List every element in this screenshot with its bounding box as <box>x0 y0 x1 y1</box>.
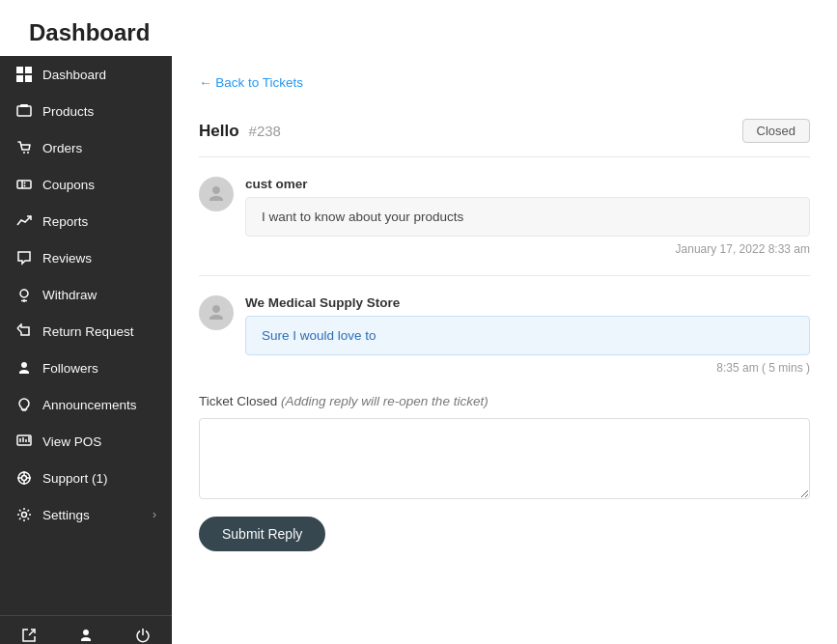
sidebar-item-coupons[interactable]: Coupons <box>0 166 172 203</box>
sidebar-item-label: Settings <box>42 508 90 522</box>
sidebar-item-followers[interactable]: Followers <box>0 350 172 386</box>
svg-rect-1 <box>25 67 32 73</box>
svg-rect-4 <box>17 106 31 116</box>
sidebar-item-reviews[interactable]: Reviews <box>0 239 172 276</box>
sidebar-nav: Dashboard Products Orders Coupons <box>0 56 172 615</box>
announcements-icon <box>15 396 33 413</box>
orders-icon <box>15 139 33 156</box>
back-to-tickets-link[interactable]: ← Back to Tickets <box>199 75 303 90</box>
sidebar-item-settings[interactable]: Settings › <box>0 496 172 533</box>
svg-rect-2 <box>16 75 23 82</box>
sidebar-item-label: Return Request <box>42 324 134 339</box>
sidebar-item-label: Dashboard <box>42 68 106 82</box>
sidebar-item-label: Coupons <box>42 178 95 192</box>
return-request-icon <box>15 322 33 340</box>
sidebar-item-products[interactable]: Products <box>0 93 172 129</box>
message-content-1: cust omer I want to know about your prod… <box>245 177 810 256</box>
avatar-customer <box>199 177 234 211</box>
message-author-2: We Medical Supply Store <box>245 295 810 310</box>
message-time-1: January 17, 2022 8:33 am <box>245 242 810 256</box>
ticket-closed-notice: Ticket Closed (Adding reply will re-open… <box>199 394 810 408</box>
sidebar: Dashboard Products Orders Coupons <box>0 56 172 644</box>
sidebar-bottom <box>0 615 172 644</box>
reviews-icon <box>15 249 33 266</box>
followers-icon <box>15 359 33 377</box>
coupons-icon <box>15 176 33 193</box>
sidebar-item-label: Reports <box>42 214 88 229</box>
svg-point-27 <box>22 513 27 518</box>
withdraw-icon <box>15 286 33 303</box>
sidebar-item-label: Support (1) <box>42 471 108 486</box>
settings-arrow-icon: › <box>153 508 156 521</box>
svg-line-28 <box>29 630 35 635</box>
support-icon <box>15 469 33 487</box>
ticket-header-left: Hello #238 <box>199 122 281 141</box>
sidebar-item-dashboard[interactable]: Dashboard <box>0 56 172 93</box>
settings-icon <box>15 506 33 523</box>
sidebar-item-withdraw[interactable]: Withdraw <box>0 276 172 313</box>
svg-rect-0 <box>16 67 23 73</box>
ticket-header: Hello #238 Closed <box>199 105 810 157</box>
sidebar-item-label: Orders <box>42 141 82 155</box>
products-icon <box>15 102 33 120</box>
ticket-title: Hello <box>199 122 239 141</box>
avatar-store <box>199 295 234 330</box>
sidebar-item-label: Followers <box>42 361 98 376</box>
sidebar-item-return-request[interactable]: Return Request <box>0 313 172 350</box>
sidebar-item-support[interactable]: Support (1) <box>0 460 172 496</box>
sidebar-item-label: View POS <box>42 434 101 449</box>
ticket-id: #238 <box>249 123 281 139</box>
view-pos-icon <box>15 433 33 450</box>
sidebar-item-label: Withdraw <box>42 288 97 302</box>
user-button[interactable] <box>57 616 114 644</box>
svg-point-22 <box>22 476 27 481</box>
divider-1 <box>199 275 810 276</box>
message-block-1: cust omer I want to know about your prod… <box>199 177 810 256</box>
svg-point-11 <box>24 185 26 187</box>
svg-point-10 <box>24 182 26 184</box>
power-button[interactable] <box>115 616 172 644</box>
message-time-2: 8:35 am ( 5 mins ) <box>245 361 810 375</box>
svg-point-7 <box>27 152 29 154</box>
sidebar-item-label: Reviews <box>42 251 92 266</box>
svg-point-12 <box>20 290 28 297</box>
sidebar-item-label: Announcements <box>42 398 137 412</box>
sidebar-item-reports[interactable]: Reports <box>0 203 172 239</box>
submit-reply-button[interactable]: Submit Reply <box>199 517 325 551</box>
sidebar-item-announcements[interactable]: Announcements <box>0 386 172 423</box>
message-content-2: We Medical Supply Store Sure I would lov… <box>245 295 810 375</box>
svg-rect-8 <box>17 181 31 188</box>
sidebar-item-label: Products <box>42 104 94 119</box>
external-link-button[interactable] <box>0 616 57 644</box>
message-block-2: We Medical Supply Store Sure I would lov… <box>199 295 810 375</box>
sidebar-item-orders[interactable]: Orders <box>0 129 172 166</box>
message-bubble-1: I want to know about your products <box>245 197 810 237</box>
main-content: ← Back to Tickets Hello #238 Closed cust… <box>172 56 837 644</box>
status-badge: Closed <box>742 119 810 143</box>
svg-rect-3 <box>25 75 32 82</box>
svg-rect-5 <box>20 104 28 107</box>
page-title: Dashboard <box>0 0 837 56</box>
sidebar-item-view-pos[interactable]: View POS <box>0 423 172 460</box>
reply-textarea[interactable] <box>199 418 810 499</box>
message-bubble-2: Sure I would love to <box>245 316 810 355</box>
message-author-1: cust omer <box>245 177 810 191</box>
dashboard-icon <box>15 66 33 83</box>
reports-icon <box>15 212 33 230</box>
svg-point-6 <box>23 152 25 154</box>
